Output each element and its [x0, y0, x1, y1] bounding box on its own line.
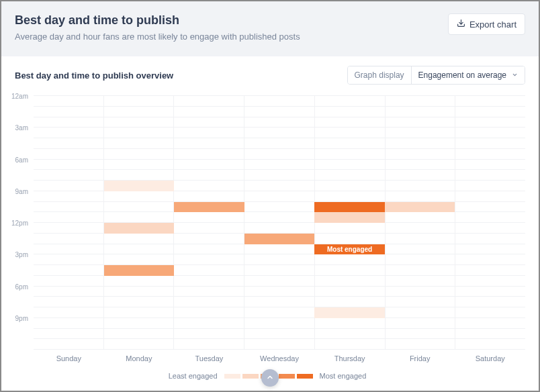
x-tick-label: Saturday	[455, 349, 525, 362]
legend-low-label: Least engaged	[169, 372, 218, 380]
day-column	[386, 96, 456, 349]
graph-display-select[interactable]: Engagement on average	[412, 66, 525, 84]
page-subtitle: Average day and hour fans are most likel…	[15, 32, 300, 42]
chevron-up-icon	[266, 372, 274, 384]
page-title: Best day and time to publish	[15, 13, 300, 28]
chart-grid: 12am3am6am9am12pm3pm6pm9pm Most engaged	[34, 95, 525, 349]
heatmap-cell[interactable]: Most engaged	[314, 244, 385, 255]
heatmap-cell[interactable]	[314, 202, 385, 213]
scroll-to-top-button[interactable]	[261, 369, 279, 387]
heatmap-cell[interactable]	[385, 202, 455, 213]
graph-display-value: Engagement on average	[418, 70, 506, 80]
x-tick-label: Friday	[385, 349, 455, 362]
heatmap-cell[interactable]	[104, 223, 175, 234]
legend-segment	[224, 374, 240, 379]
legend-segment	[242, 374, 259, 379]
section-title: Best day and time to publish overview	[15, 70, 173, 81]
graph-display-control: Graph display Engagement on average	[347, 66, 525, 85]
x-tick-label: Thursday	[314, 349, 385, 362]
export-chart-button[interactable]: Export chart	[448, 13, 525, 35]
x-tick-label: Monday	[104, 349, 175, 362]
page-header: Best day and time to publish Average day…	[1, 1, 539, 56]
y-tick-label: 3am	[15, 124, 28, 132]
y-tick-label: 9am	[15, 187, 28, 195]
day-column	[244, 96, 315, 349]
heatmap-cell[interactable]	[314, 212, 385, 223]
heatmap-chart: 12am3am6am9am12pm3pm6pm9pm Most engaged …	[1, 91, 539, 380]
day-column	[174, 96, 244, 349]
legend-segment	[279, 374, 295, 379]
y-tick-label: 6pm	[15, 283, 28, 290]
heatmap-cell[interactable]	[104, 265, 175, 276]
heatmap-cell[interactable]	[104, 181, 175, 191]
chevron-down-icon	[512, 70, 518, 80]
graph-display-label: Graph display	[348, 66, 412, 84]
heatmap-cell[interactable]	[244, 234, 315, 244]
legend-high-label: Most engaged	[320, 372, 367, 380]
header-text: Best day and time to publish Average day…	[15, 13, 300, 42]
x-tick-label: Sunday	[34, 349, 104, 362]
subheader: Best day and time to publish overview Gr…	[1, 56, 539, 91]
x-axis: SundayMondayTuesdayWednesdayThursdayFrid…	[34, 349, 525, 362]
heatmap-cell[interactable]	[174, 202, 244, 213]
y-tick-label: 12am	[11, 93, 28, 100]
day-column	[34, 96, 104, 349]
y-tick-label: 6am	[15, 156, 28, 163]
y-tick-label: 9pm	[15, 314, 28, 322]
download-icon	[457, 19, 465, 30]
legend-segment	[297, 374, 313, 379]
y-axis: 12am3am6am9am12pm3pm6pm9pm	[9, 96, 30, 349]
y-tick-label: 12pm	[11, 219, 28, 227]
heatmap-cell[interactable]	[314, 307, 385, 318]
peak-label: Most engaged	[314, 244, 385, 255]
y-tick-label: 3pm	[15, 251, 28, 258]
x-tick-label: Wednesday	[244, 349, 315, 362]
export-chart-label: Export chart	[469, 19, 516, 30]
x-tick-label: Tuesday	[174, 349, 244, 362]
day-column	[455, 96, 525, 349]
